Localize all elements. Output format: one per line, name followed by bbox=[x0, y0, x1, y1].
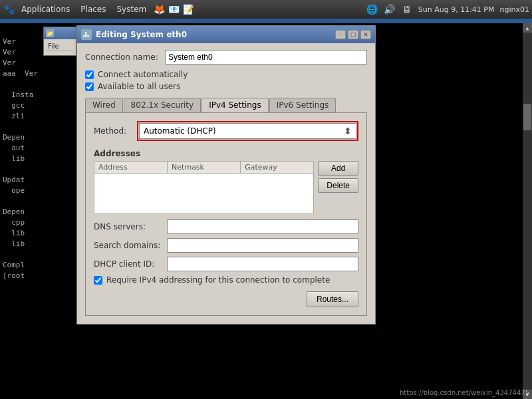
dhcp-id-label: DHCP client ID: bbox=[94, 259, 167, 269]
search-domains-input[interactable] bbox=[167, 238, 358, 253]
tab-wired[interactable]: Wired bbox=[85, 98, 123, 112]
dns-label: DNS servers: bbox=[94, 222, 167, 231]
dhcp-id-input[interactable] bbox=[167, 257, 358, 271]
address-table-wrap: Address Netmask Gateway bbox=[94, 161, 314, 214]
require-ipv4-checkbox[interactable] bbox=[94, 276, 102, 285]
routes-button[interactable]: Routes... bbox=[307, 291, 358, 307]
search-domains-label: Search domains: bbox=[94, 241, 167, 250]
app-menu-icon: 🐾 bbox=[3, 3, 15, 15]
firefox-icon[interactable]: 🦊 bbox=[153, 3, 165, 15]
address-col-netmask: Netmask bbox=[168, 162, 241, 173]
tab-ipv6[interactable]: IPv6 Settings bbox=[269, 98, 336, 112]
applications-menu[interactable]: Applications bbox=[17, 3, 74, 15]
display-icon[interactable]: 🖥 bbox=[401, 3, 413, 15]
system-menu[interactable]: System bbox=[112, 3, 150, 15]
places-menu[interactable]: Places bbox=[76, 3, 110, 15]
dhcp-id-row: DHCP client ID: bbox=[94, 257, 358, 271]
dns-row: DNS servers: bbox=[94, 219, 358, 234]
taskbar-right: 🌐 🔊 🖥 Sun Aug 9, 11:41 PM nginx01 bbox=[366, 3, 529, 15]
volume-icon[interactable]: 🔊 bbox=[384, 3, 396, 15]
require-ipv4-label: Require IPv4 addressing for this connect… bbox=[106, 275, 330, 285]
address-col-gateway: Gateway bbox=[241, 162, 313, 173]
nm-win-buttons: - □ ✕ bbox=[335, 30, 371, 39]
tab-content-ipv4: Method: Automatic (DHCP) ⬍ Addresses bbox=[85, 112, 367, 316]
taskbar-left: 🐾 Applications Places System 🦊 📧 📝 bbox=[3, 3, 194, 15]
method-label: Method: bbox=[94, 126, 137, 136]
clock: Sun Aug 9, 11:41 PM bbox=[418, 5, 495, 14]
search-domains-row: Search domains: bbox=[94, 238, 358, 253]
available-users-checkbox[interactable] bbox=[85, 82, 94, 91]
method-value: Automatic (DHCP) bbox=[144, 126, 216, 136]
require-ipv4-row: Require IPv4 addressing for this connect… bbox=[94, 275, 358, 285]
maximize-button[interactable]: □ bbox=[348, 30, 358, 39]
connect-auto-row: Connect automatically bbox=[85, 70, 367, 79]
address-columns-header: Address Netmask Gateway bbox=[94, 162, 313, 174]
method-select[interactable]: Automatic (DHCP) ⬍ bbox=[139, 123, 356, 139]
connection-name-label: Connection name: bbox=[85, 53, 165, 62]
address-rows-area bbox=[94, 174, 313, 213]
nm-titlebar: 🖧 Editing System eth0 - □ ✕ bbox=[77, 26, 375, 43]
method-dropdown-arrow: ⬍ bbox=[344, 126, 352, 136]
dns-input[interactable] bbox=[167, 219, 358, 234]
address-area: Address Netmask Gateway Add Delete bbox=[94, 161, 358, 214]
address-buttons: Add Delete bbox=[318, 161, 358, 214]
address-col-address: Address bbox=[94, 162, 168, 173]
network-icon[interactable]: 🌐 bbox=[366, 3, 378, 15]
available-users-label: Available to all users bbox=[98, 82, 180, 91]
edit-icon[interactable]: 📝 bbox=[182, 3, 194, 15]
tabs-bar: Wired 802.1x Security IPv4 Settings IPv6… bbox=[85, 98, 367, 112]
connect-auto-label: Connect automatically bbox=[98, 70, 188, 79]
connection-name-input[interactable] bbox=[165, 50, 367, 65]
add-address-button[interactable]: Add bbox=[318, 161, 358, 176]
tab-ipv4[interactable]: IPv4 Settings bbox=[201, 98, 269, 112]
dialog-overlay: 🖧 Editing System eth0 - □ ✕ Connection n… bbox=[0, 19, 532, 399]
desktop: 🐾 Applications Places System 🦊 📧 📝 🌐 🔊 🖥… bbox=[0, 0, 532, 399]
close-button[interactable]: ✕ bbox=[360, 30, 371, 39]
method-select-wrapper: Automatic (DHCP) ⬍ bbox=[137, 121, 358, 141]
method-row: Method: Automatic (DHCP) ⬍ bbox=[94, 121, 358, 141]
email-icon[interactable]: 📧 bbox=[168, 3, 180, 15]
minimize-button[interactable]: - bbox=[335, 30, 346, 39]
delete-address-button[interactable]: Delete bbox=[318, 178, 358, 193]
nm-dialog-body: Connection name: Connect automatically A… bbox=[77, 43, 375, 324]
nm-dialog: 🖧 Editing System eth0 - □ ✕ Connection n… bbox=[76, 25, 376, 325]
hostname: nginx01 bbox=[500, 5, 530, 14]
connection-name-row: Connection name: bbox=[85, 50, 367, 65]
nm-title-icon: 🖧 bbox=[81, 29, 92, 40]
connect-auto-checkbox[interactable] bbox=[85, 70, 94, 79]
addresses-title: Addresses bbox=[94, 149, 358, 158]
tab-8021x[interactable]: 802.1x Security bbox=[124, 98, 201, 112]
routes-row: Routes... bbox=[94, 291, 358, 307]
taskbar: 🐾 Applications Places System 🦊 📧 📝 🌐 🔊 🖥… bbox=[0, 0, 532, 19]
nm-dialog-title: Editing System eth0 bbox=[96, 30, 335, 39]
available-users-row: Available to all users bbox=[85, 82, 367, 91]
